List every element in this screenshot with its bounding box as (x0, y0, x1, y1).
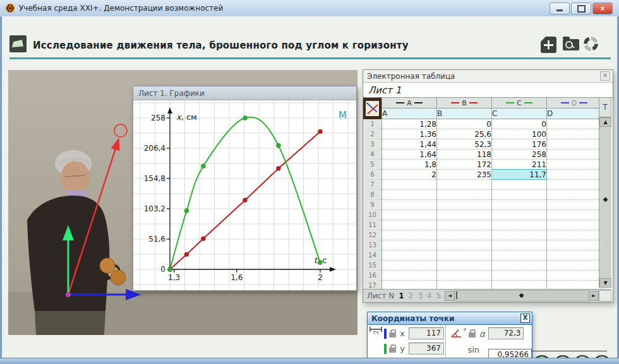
cell-A12[interactable] (382, 230, 437, 240)
origin-point[interactable] (66, 292, 71, 297)
cell-B15[interactable] (437, 261, 492, 271)
row-number[interactable]: 9 (363, 200, 382, 210)
cell-A15[interactable] (382, 261, 437, 271)
data-point[interactable] (243, 116, 247, 120)
cell-C7[interactable] (492, 180, 547, 190)
row-number[interactable]: 8 (363, 190, 382, 200)
add-page-button[interactable] (541, 37, 556, 53)
cell-A8[interactable] (382, 190, 437, 200)
y-value-field[interactable]: 367 (409, 343, 444, 355)
sheet-tab-2[interactable]: 2 (409, 291, 414, 300)
cell-D9[interactable] (547, 200, 602, 210)
sheet-table[interactable]: A B C D ABCD 11,2800 21,3625,6100 31,4 (363, 98, 613, 301)
cell-B8[interactable] (437, 190, 492, 200)
cell-B5[interactable]: 172 (437, 160, 492, 170)
cell-B9[interactable] (437, 200, 492, 210)
sheet-tab-3[interactable]: 3 (418, 291, 423, 300)
cell-B16[interactable] (437, 271, 492, 281)
scroll-left-icon[interactable]: ◄ (445, 291, 455, 301)
cell-C16[interactable] (492, 271, 547, 281)
cell-C3[interactable]: 176 (492, 139, 547, 150)
coords-panel-titlebar[interactable]: Координаты точки X (368, 312, 532, 325)
cell-C15[interactable] (492, 261, 547, 271)
cell-C4[interactable]: 258 (492, 150, 547, 160)
row-number[interactable]: 2 (363, 129, 382, 139)
cell-A1[interactable]: 1,28 (382, 119, 437, 129)
column-header-D[interactable]: D (547, 109, 602, 119)
cell-C12[interactable] (492, 230, 547, 240)
cell-C8[interactable] (492, 190, 547, 200)
data-point[interactable] (201, 237, 205, 241)
lock-icon[interactable] (389, 348, 396, 353)
row-number[interactable]: 16 (363, 271, 382, 281)
cell-A2[interactable]: 1,36 (382, 129, 437, 139)
cell-D6[interactable] (547, 170, 602, 180)
scroll-down-icon[interactable]: ▼ (599, 278, 611, 288)
scroll-thumb[interactable]: ◆ (599, 196, 611, 203)
cell-B2[interactable]: 25,6 (437, 129, 492, 139)
cell-C10[interactable] (492, 210, 547, 220)
cell-D12[interactable] (547, 230, 602, 240)
cell-A5[interactable]: 1,8 (382, 160, 437, 170)
row-number[interactable]: 1 (363, 119, 382, 129)
column-series-header-D[interactable]: D (547, 98, 602, 109)
data-point[interactable] (318, 261, 322, 265)
cell-C1[interactable]: 0 (492, 119, 547, 129)
cell-D3[interactable] (547, 139, 602, 150)
segments-wheel-button[interactable] (582, 35, 599, 55)
x-value-field[interactable]: 117 (409, 327, 444, 339)
column-header-A[interactable]: A (382, 109, 437, 119)
row-number[interactable]: 10 (363, 210, 382, 220)
cell-B10[interactable] (437, 210, 492, 220)
spreadsheet-titlebar[interactable]: Электронная таблица ✕ (363, 70, 613, 83)
cell-B4[interactable]: 118 (437, 150, 492, 160)
cell-D2[interactable] (547, 129, 602, 139)
sheet-tab-4[interactable]: 4 (427, 291, 432, 300)
data-point[interactable] (184, 208, 189, 213)
xy-chart[interactable]: 051,6103,2154,8206,42581,31,62x, смt, сM (133, 100, 356, 290)
cell-A4[interactable]: 1,64 (382, 150, 437, 160)
row-number[interactable]: 12 (363, 230, 382, 240)
close-icon[interactable]: ✕ (600, 71, 610, 81)
column-header-B[interactable]: B (437, 109, 492, 119)
cell-D15[interactable] (547, 261, 602, 271)
cell-B14[interactable] (437, 250, 492, 261)
row-number[interactable]: 13 (363, 240, 382, 250)
sheet-corner-chart-icon[interactable] (363, 98, 382, 119)
cell-B12[interactable] (437, 230, 492, 240)
cell-C6[interactable]: 11,7 (492, 170, 547, 180)
row-number[interactable]: 4 (363, 150, 382, 160)
cell-C14[interactable] (492, 250, 547, 261)
scroll-right-icon[interactable]: ► (589, 291, 599, 301)
cell-B7[interactable] (437, 180, 492, 190)
sheet-tab-1[interactable]: 1 (399, 291, 404, 300)
cell-A11[interactable] (382, 220, 437, 230)
cell-D13[interactable] (547, 240, 602, 250)
cell-C9[interactable] (492, 200, 547, 210)
alpha-value-field[interactable]: 72,3 (488, 327, 524, 339)
graphs-panel-title[interactable]: Лист 1. Графики (133, 86, 356, 100)
cell-C2[interactable]: 100 (492, 129, 547, 139)
data-point[interactable] (243, 198, 247, 203)
row-number[interactable]: 6 (363, 170, 382, 180)
cell-D10[interactable] (547, 210, 602, 220)
column-series-header-A[interactable]: A (382, 98, 437, 109)
cell-A10[interactable] (382, 210, 437, 220)
cell-A13[interactable] (382, 240, 437, 250)
data-point[interactable] (276, 143, 280, 148)
cell-B11[interactable] (437, 220, 492, 230)
cell-A3[interactable]: 1,44 (382, 139, 437, 150)
scroll-up-icon[interactable]: ▲ (599, 117, 611, 127)
cell-D5[interactable] (547, 160, 602, 170)
column-series-header-B[interactable]: B (437, 98, 492, 109)
row-number[interactable]: 7 (363, 180, 382, 190)
cell-C5[interactable]: 211 (492, 160, 547, 170)
data-point[interactable] (201, 164, 205, 168)
t-column-header[interactable]: T (599, 97, 611, 117)
cell-D1[interactable] (547, 119, 602, 129)
cell-B6[interactable]: 235 (437, 170, 492, 180)
cell-D11[interactable] (547, 220, 602, 230)
cell-B3[interactable]: 52,3 (437, 139, 492, 150)
data-point[interactable] (276, 167, 280, 171)
cell-D16[interactable] (547, 271, 602, 281)
